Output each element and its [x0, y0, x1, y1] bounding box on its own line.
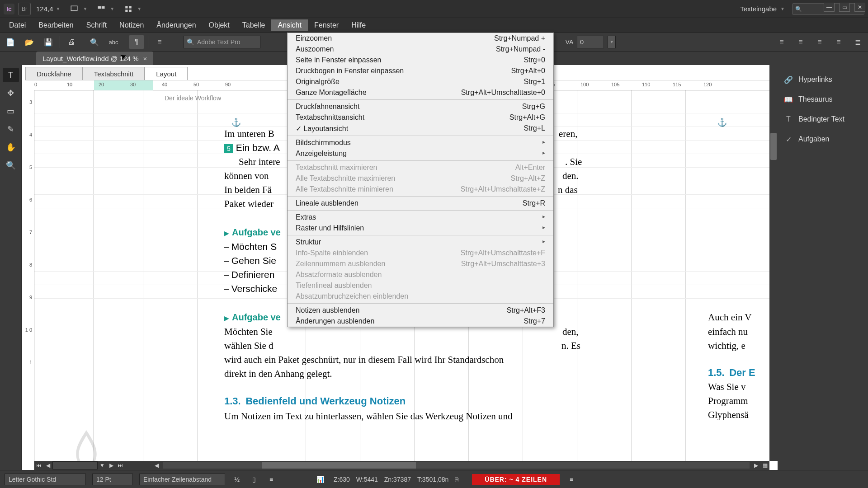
column-icon[interactable]: ▯: [249, 476, 259, 483]
menu-icon[interactable]: ≡: [152, 35, 167, 49]
panel-icon: 📖: [784, 95, 793, 104]
menu-item[interactable]: OriginalgrößeStrg+1: [288, 76, 553, 87]
spellcheck-button[interactable]: abc: [106, 35, 121, 49]
zoom-dropdown-icon[interactable]: ▼: [56, 6, 61, 11]
menu-item[interactable]: Lineale ausblendenStrg+R: [288, 198, 553, 209]
next-page-button[interactable]: ▶: [107, 462, 116, 469]
new-button[interactable]: 📄: [3, 35, 18, 49]
page-number-input[interactable]: [52, 461, 98, 469]
menu-item[interactable]: Ganze MontageflächeStrg+Alt+Umschalttast…: [288, 87, 553, 98]
menu-änderungen[interactable]: Änderungen: [150, 19, 202, 31]
status-t: T:3501,08n: [417, 476, 448, 483]
minimize-button[interactable]: —: [824, 3, 835, 12]
note-tool[interactable]: ▭: [3, 104, 19, 118]
open-button[interactable]: 📂: [22, 35, 37, 49]
maximize-button[interactable]: ▭: [839, 3, 850, 12]
status-leading-combo[interactable]: Einfacher Zeilenabstand: [139, 474, 225, 485]
menu-item[interactable]: Extras: [288, 212, 553, 223]
prev-page-button[interactable]: ◀: [43, 462, 52, 469]
menu-item[interactable]: ✓ LayoutansichtStrg+L: [288, 123, 553, 134]
print-button[interactable]: 🖨: [64, 35, 79, 49]
view-tab-druckfahne[interactable]: Druckfahne: [25, 67, 83, 80]
first-page-button[interactable]: ⏮: [34, 462, 43, 469]
scrollbar-thumb[interactable]: [262, 462, 416, 469]
overset-warning[interactable]: ÜBER: ~ 4 ZEILEN: [472, 474, 560, 485]
align-justify-button[interactable]: ≡: [831, 35, 846, 49]
panel-thesaurus[interactable]: 📖Thesaurus: [778, 89, 868, 109]
zoom-value[interactable]: 124,4: [36, 5, 53, 13]
font-family-input[interactable]: 🔍Adobe Text Pro: [184, 36, 260, 48]
dropdown-icon[interactable]: ▼: [608, 36, 616, 48]
menu-item[interactable]: Änderungen ausblendenStrg+7: [288, 316, 553, 327]
document-tab[interactable]: Layout_Workflow.indd @ 124 % ×: [36, 52, 153, 65]
menu-objekt[interactable]: Objekt: [203, 19, 236, 31]
menu-fenster[interactable]: Fenster: [308, 19, 345, 31]
panel-hyperlinks[interactable]: 🔗Hyperlinks: [778, 70, 868, 89]
status-size-combo[interactable]: 12 Pt: [92, 474, 133, 485]
page-dropdown[interactable]: ▼: [98, 462, 107, 469]
screen-mode-button[interactable]: [67, 3, 81, 15]
dropdown-icon[interactable]: ▼: [780, 6, 785, 11]
scroll-right-button[interactable]: ▶: [751, 462, 760, 469]
menu-item[interactable]: TextabschnittsansichtStrg+Alt+G: [288, 112, 553, 123]
pilcrow-button[interactable]: ¶: [129, 35, 144, 49]
fraction-icon[interactable]: ½: [231, 476, 242, 483]
menu-item[interactable]: Struktur: [288, 237, 553, 248]
hand-tool[interactable]: ✋: [3, 140, 19, 155]
scroll-left-button[interactable]: ◀: [152, 462, 161, 469]
body-text: Auch ein V: [708, 311, 751, 324]
type-tool[interactable]: T: [3, 68, 19, 82]
bridge-button[interactable]: Br: [18, 3, 31, 15]
close-button[interactable]: ✕: [854, 3, 865, 12]
position-tool[interactable]: ✥: [3, 86, 19, 100]
zoom-tool[interactable]: 🔍: [3, 158, 19, 173]
view-options-button[interactable]: [122, 3, 135, 15]
svg-rect-1: [98, 6, 101, 9]
search-icon: 🔍: [795, 6, 802, 12]
dropdown-icon[interactable]: ▼: [110, 6, 114, 11]
eyedropper-tool[interactable]: ✎: [3, 122, 19, 136]
menu-item[interactable]: DruckfahnenansichtStrg+G: [288, 101, 553, 112]
align-left-button[interactable]: ≡: [774, 35, 789, 49]
last-page-button[interactable]: ⏭: [116, 462, 125, 469]
menu-tabelle[interactable]: Tabelle: [236, 19, 272, 31]
view-tab-layout[interactable]: Layout: [145, 67, 188, 80]
find-button[interactable]: 🔍: [87, 35, 102, 49]
menu-item[interactable]: Druckbogen in Fenster einpassenStrg+Alt+…: [288, 66, 553, 76]
menu-item[interactable]: EinzoomenStrg+Numpad +: [288, 33, 553, 44]
close-tab-icon[interactable]: ×: [143, 55, 147, 62]
save-button[interactable]: 💾: [41, 35, 56, 49]
menu-schrift[interactable]: Schrift: [80, 19, 113, 31]
panel-aufgaben[interactable]: ✓Aufgaben: [778, 129, 868, 149]
menu-item[interactable]: Anzeigeleistung: [288, 148, 553, 159]
menu-bearbeiten[interactable]: Bearbeiten: [32, 19, 80, 31]
menu-ansicht[interactable]: Ansicht: [271, 19, 307, 31]
menu-item[interactable]: AuszoomenStrg+Numpad -: [288, 44, 553, 55]
scrollbar-thumb[interactable]: [770, 133, 777, 160]
menu-datei[interactable]: Datei: [3, 19, 32, 31]
menu-item[interactable]: Notizen ausblendenStrg+Alt+F3: [288, 305, 553, 316]
align-right-button[interactable]: ≡: [812, 35, 827, 49]
toolbar-menu-icon[interactable]: ≣: [850, 35, 865, 49]
split-view-button[interactable]: ▦: [760, 462, 769, 469]
arrange-button[interactable]: [94, 3, 108, 15]
dropdown-icon[interactable]: ▼: [83, 6, 87, 11]
menu-hilfe[interactable]: Hilfe: [345, 19, 372, 31]
menu-notizen[interactable]: Notizen: [113, 19, 150, 31]
workspace-mode[interactable]: Texteingabe: [740, 5, 777, 13]
align-center-button[interactable]: ≡: [793, 35, 808, 49]
ruler-tick: 1: [29, 360, 32, 365]
dropdown-icon[interactable]: ▼: [137, 6, 142, 11]
status-font-combo[interactable]: Letter Gothic Std: [5, 474, 86, 485]
menu-item[interactable]: Seite in Fenster einpassenStrg+0: [288, 55, 553, 66]
view-tab-textabschnitt[interactable]: Textabschnitt: [83, 67, 145, 80]
menu-item[interactable]: Raster und Hilfslinien: [288, 223, 553, 234]
lines-icon[interactable]: ≡: [266, 476, 277, 483]
panel-bedingter text[interactable]: TBedingter Text: [778, 109, 868, 129]
horizontal-scrollbar[interactable]: [163, 462, 750, 469]
ruler-tick: 30: [130, 82, 136, 87]
menu-icon[interactable]: ≡: [566, 476, 577, 483]
tracking-input[interactable]: 0: [577, 36, 604, 48]
menu-item[interactable]: Bildschirmmodus: [288, 137, 553, 148]
vertical-scrollbar[interactable]: [769, 65, 778, 461]
